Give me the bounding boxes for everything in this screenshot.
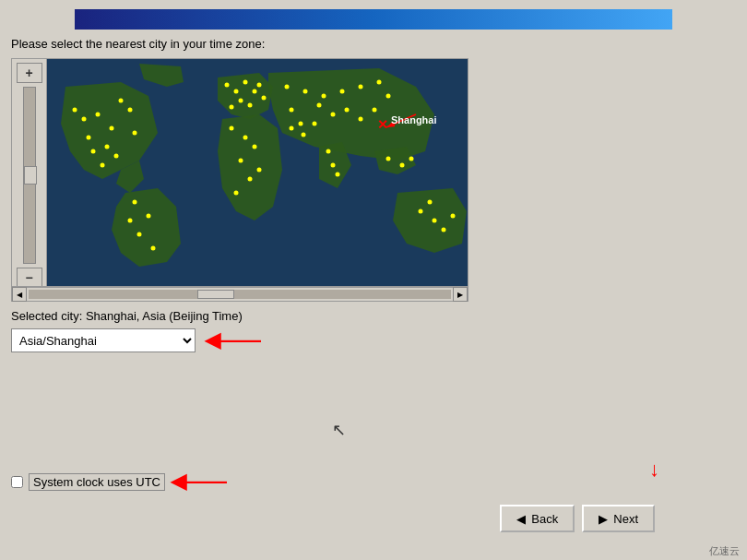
- svg-point-9: [133, 131, 137, 136]
- svg-point-54: [386, 157, 391, 161]
- svg-point-38: [359, 85, 363, 89]
- svg-point-43: [331, 113, 336, 117]
- svg-point-17: [128, 219, 133, 223]
- instruction-text: Please select the nearest city in your t…: [11, 37, 736, 51]
- svg-point-53: [336, 173, 340, 177]
- next-arrow-annotation: ↓: [649, 458, 659, 482]
- svg-point-46: [299, 122, 303, 126]
- next-icon: ▶: [599, 512, 608, 526]
- timezone-row: Asia/Shanghai Asia/Tokyo Asia/Hong_Kong …: [11, 328, 736, 352]
- svg-point-19: [234, 89, 239, 94]
- svg-point-55: [400, 163, 405, 168]
- next-button[interactable]: ▶ Next: [582, 505, 655, 532]
- zoom-out-button[interactable]: −: [17, 268, 42, 287]
- cursor-pointer: ↖: [332, 420, 346, 440]
- zoom-thumb[interactable]: [24, 166, 37, 185]
- svg-point-6: [82, 117, 87, 122]
- svg-point-34: [285, 85, 290, 89]
- svg-point-26: [262, 96, 267, 101]
- svg-point-42: [359, 117, 363, 122]
- svg-point-37: [340, 89, 345, 94]
- svg-point-50: [302, 133, 306, 137]
- svg-point-12: [101, 163, 105, 168]
- back-icon: ◀: [516, 512, 526, 526]
- svg-point-1: [96, 113, 101, 117]
- system-clock-row: System clock uses UTC ◀——: [11, 470, 227, 494]
- back-label: Back: [531, 512, 558, 526]
- svg-point-35: [303, 89, 308, 94]
- svg-point-36: [322, 94, 326, 99]
- svg-text:✕: ✕: [377, 117, 388, 132]
- svg-point-49: [290, 126, 294, 131]
- svg-point-33: [257, 168, 262, 173]
- svg-point-32: [234, 191, 239, 196]
- svg-point-56: [409, 157, 414, 161]
- scroll-right-button[interactable]: ▶: [453, 287, 468, 302]
- svg-point-31: [248, 177, 253, 182]
- svg-point-45: [290, 108, 294, 113]
- horizontal-scrollbar[interactable]: ◀ ▶: [11, 287, 468, 302]
- timezone-select[interactable]: Asia/Shanghai Asia/Tokyo Asia/Hong_Kong …: [11, 328, 196, 352]
- svg-point-30: [239, 159, 243, 163]
- svg-point-11: [91, 149, 96, 154]
- svg-point-18: [225, 83, 230, 88]
- svg-point-7: [119, 99, 124, 103]
- svg-point-51: [326, 149, 331, 154]
- zoom-in-button[interactable]: +: [17, 63, 42, 83]
- h-scroll-thumb[interactable]: [197, 290, 234, 299]
- svg-point-20: [243, 80, 248, 85]
- svg-point-3: [87, 136, 91, 140]
- checkbox-arrow-annotation: ◀——: [171, 470, 227, 494]
- top-banner: [75, 9, 672, 30]
- svg-point-22: [239, 99, 243, 103]
- svg-point-41: [373, 108, 377, 113]
- svg-text:Shanghai: Shanghai: [391, 114, 437, 125]
- system-clock-checkbox[interactable]: [11, 476, 23, 488]
- svg-point-28: [243, 136, 248, 140]
- svg-point-8: [73, 108, 77, 113]
- svg-point-27: [230, 126, 234, 131]
- svg-point-57: [419, 209, 423, 214]
- zoom-track: [23, 87, 36, 264]
- svg-point-21: [253, 89, 257, 94]
- back-button[interactable]: ◀ Back: [500, 505, 575, 532]
- svg-point-4: [128, 108, 133, 113]
- system-clock-label[interactable]: System clock uses UTC: [29, 473, 165, 491]
- svg-point-47: [317, 103, 322, 108]
- svg-point-16: [151, 246, 156, 251]
- svg-point-60: [428, 200, 433, 205]
- h-scroll-track: [29, 290, 451, 299]
- svg-point-10: [114, 154, 119, 159]
- svg-point-29: [253, 145, 257, 149]
- svg-point-14: [147, 214, 151, 219]
- svg-point-13: [133, 200, 137, 205]
- next-label: Next: [613, 512, 638, 526]
- map-container[interactable]: + −: [11, 58, 468, 287]
- svg-point-44: [313, 122, 317, 126]
- svg-point-5: [105, 145, 110, 149]
- selected-city-text: Selected city: Shanghai, Asia (Beijing T…: [11, 309, 736, 323]
- navigation-buttons: ◀ Back ▶ Next: [500, 505, 655, 532]
- dropdown-arrow-annotation: ◀——: [205, 328, 261, 352]
- watermark: 亿速云: [709, 544, 740, 558]
- svg-point-59: [442, 228, 446, 232]
- svg-point-2: [110, 126, 114, 131]
- svg-point-39: [377, 80, 382, 85]
- world-map[interactable]: ✕ Shanghai: [47, 59, 468, 287]
- svg-point-25: [230, 105, 234, 110]
- svg-point-58: [433, 219, 437, 223]
- svg-point-40: [386, 94, 391, 99]
- map-svg: ✕ Shanghai: [47, 59, 468, 287]
- scroll-left-button[interactable]: ◀: [12, 287, 27, 302]
- svg-point-24: [248, 103, 253, 108]
- zoom-controls: + −: [12, 59, 47, 287]
- svg-point-48: [345, 108, 350, 113]
- svg-point-15: [137, 232, 142, 237]
- svg-point-52: [331, 163, 336, 168]
- svg-point-61: [451, 214, 456, 219]
- svg-point-23: [257, 83, 262, 88]
